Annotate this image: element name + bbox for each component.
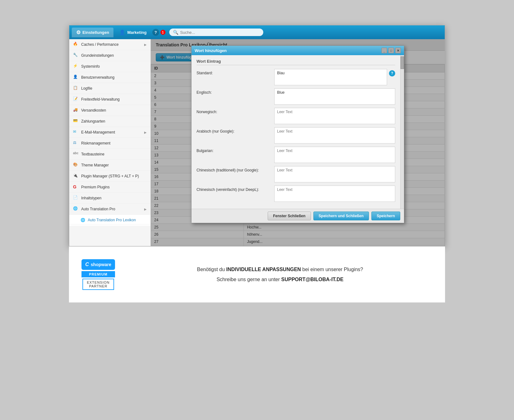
textarea-chinesisch_trad[interactable] bbox=[274, 166, 395, 182]
textarea-standard[interactable] bbox=[274, 69, 387, 85]
sidebar-item-systeminfo[interactable]: ⚡ Systeminfo bbox=[69, 61, 150, 72]
modal-scrollbar[interactable] bbox=[400, 55, 404, 209]
main-layout: 🔥 Caches / Performance ▶ 🔧 Grundeinstell… bbox=[69, 39, 445, 246]
sidebar-item-premium[interactable]: G Premium Plugins bbox=[69, 182, 150, 193]
modal-title: Wort hinzufügen bbox=[195, 48, 227, 53]
search-input[interactable] bbox=[180, 30, 260, 35]
textarea-arabisch[interactable] bbox=[274, 127, 395, 144]
sidebar-item-versand[interactable]: 🚚 Versandkosten bbox=[69, 105, 150, 116]
sidebar-item-systeminfo-label: Systeminfo bbox=[81, 64, 100, 69]
sidebar-sub-item-label: Auto Translation Pro Lexikon bbox=[88, 218, 136, 222]
sidebar-item-textbau[interactable]: abc Textbausteine bbox=[69, 149, 150, 160]
help-button[interactable]: ? bbox=[152, 29, 159, 36]
modal-footer: Fenster Schließen Speichern und Schließe… bbox=[191, 209, 404, 223]
modal-body: Wort Eintrag Standard:?Englisch:Norwegis… bbox=[191, 55, 400, 209]
sidebar-item-risiko-label: Riskmanagement bbox=[81, 141, 110, 145]
form-row-bulgarian: Bulgarian: bbox=[197, 147, 395, 163]
modal-close-button[interactable]: ✕ bbox=[395, 48, 401, 53]
textbau-icon: abc bbox=[73, 151, 79, 157]
promo-section: C shopware PREMIUM EXTENSION PARTNER Ben… bbox=[69, 246, 445, 302]
gear-icon: ⚙ bbox=[76, 29, 81, 35]
textarea-englisch[interactable] bbox=[274, 88, 395, 105]
sidebar-item-benutzer-label: Benutzerverwaltung bbox=[81, 75, 114, 80]
promo-line1-normal: Benötigst du bbox=[197, 267, 226, 272]
search-icon: 🔍 bbox=[173, 30, 178, 35]
label-englisch: Englisch: bbox=[197, 88, 272, 95]
marketing-icon: 👤 bbox=[119, 29, 125, 35]
modal-minimize-button[interactable]: _ bbox=[381, 48, 387, 53]
save-button[interactable]: Speichern bbox=[371, 212, 400, 220]
sidebar-item-textbau-label: Textbausteine bbox=[81, 152, 104, 156]
sidebar-item-freitext-label: Freitextfeld-Verwaltung bbox=[81, 97, 120, 102]
field-chinesisch_vere bbox=[274, 186, 395, 202]
modal-titlebar: Wort hinzufügen _ □ ✕ bbox=[191, 46, 404, 55]
sidebar-item-benutzer[interactable]: 👤 Benutzerverwaltung bbox=[69, 72, 150, 83]
textarea-bulgarian[interactable] bbox=[274, 147, 395, 163]
sidebar-item-caches[interactable]: 🔥 Caches / Performance ▶ bbox=[69, 39, 150, 50]
sidebar-item-logfile-label: Logfile bbox=[81, 86, 92, 91]
sidebar-item-inhalts[interactable]: 📄 Inhaltstypen bbox=[69, 193, 150, 204]
systeminfo-icon: ⚡ bbox=[73, 64, 79, 69]
form-row-norwegisch: Norwegisch: bbox=[197, 108, 395, 124]
field-englisch bbox=[274, 88, 395, 105]
save-close-button[interactable]: Speichern und Schließen bbox=[313, 212, 369, 220]
chevron-right-icon: ▶ bbox=[144, 43, 147, 46]
textarea-chinesisch_vere[interactable] bbox=[274, 186, 395, 202]
grundein-icon: 🔧 bbox=[73, 53, 79, 58]
field-chinesisch_trad bbox=[274, 166, 395, 182]
logfile-icon: 📋 bbox=[73, 86, 79, 91]
sidebar-item-auto-label: Auto Translation Pro bbox=[81, 207, 115, 211]
label-bulgarian: Bulgarian: bbox=[197, 147, 272, 153]
sidebar-item-email[interactable]: ✉ E-Mail-Management ▶ bbox=[69, 127, 150, 138]
zahlung-icon: 💳 bbox=[73, 118, 79, 124]
sidebar-item-plugin[interactable]: 🔌 Plugin Manager (STRG + ALT + P) bbox=[69, 171, 150, 182]
cancel-button[interactable]: Fenster Schließen bbox=[268, 212, 311, 220]
freitext-icon: 📝 bbox=[73, 97, 79, 102]
risiko-icon: ⚖ bbox=[73, 140, 79, 146]
sidebar-item-logfile[interactable]: 📋 Logfile bbox=[69, 83, 150, 94]
scrollbar-thumb[interactable] bbox=[401, 56, 404, 69]
sidebar-item-caches-label: Caches / Performance bbox=[81, 42, 118, 47]
inhalts-icon: 📄 bbox=[73, 195, 79, 201]
theme-icon: 🎨 bbox=[73, 162, 79, 168]
sidebar-item-inhalts-label: Inhaltstypen bbox=[81, 196, 102, 200]
modal-maximize-button[interactable]: □ bbox=[388, 48, 394, 53]
label-standard: Standard: bbox=[197, 69, 272, 75]
tab-marketing[interactable]: 👤 Marketing bbox=[115, 28, 151, 37]
auto-icon: 🌐 bbox=[73, 206, 79, 212]
sidebar-item-risiko[interactable]: ⚖ Riskmanagement bbox=[69, 138, 150, 149]
notification-badge: 1 bbox=[160, 30, 165, 35]
sidebar-sub-auto: 🌐 Auto Translation Pro Lexikon bbox=[69, 215, 150, 226]
field-bulgarian bbox=[274, 147, 395, 163]
sidebar-item-grundein-label: Grundeinstellungen bbox=[81, 53, 114, 58]
form-row-arabisch: Arabisch (nur Google): bbox=[197, 127, 395, 144]
partner-label: PARTNER bbox=[87, 284, 110, 288]
label-chinesisch_vere: Chinesisch (vereinfacht) (nur DeepL): bbox=[197, 186, 272, 192]
sidebar-item-email-label: E-Mail-Management bbox=[81, 130, 115, 134]
modal-window: Wort hinzufügen _ □ ✕ Wort Eintrag Stand… bbox=[191, 45, 404, 223]
help-icon-standard[interactable]: ? bbox=[389, 70, 395, 76]
chevron-right-icon-auto: ▶ bbox=[144, 207, 147, 211]
sidebar-item-freitext[interactable]: 📝 Freitextfeld-Verwaltung bbox=[69, 94, 150, 105]
modal-overlay: Wort hinzufügen _ □ ✕ Wort Eintrag Stand… bbox=[151, 39, 445, 246]
sidebar-sub-item-lexikon[interactable]: 🌐 Auto Translation Pro Lexikon bbox=[69, 216, 150, 224]
label-arabisch: Arabisch (nur Google): bbox=[197, 127, 272, 134]
chevron-right-icon-email: ▶ bbox=[144, 131, 147, 134]
sidebar-item-theme[interactable]: 🎨 Theme Manager bbox=[69, 160, 150, 171]
sidebar-item-plugin-label: Plugin Manager (STRG + ALT + P) bbox=[81, 174, 139, 178]
email-icon: ✉ bbox=[73, 129, 79, 135]
promo-text: Benötigst du INDIVIDUELLE ANPASSUNGEN be… bbox=[128, 265, 433, 285]
sidebar-item-auto[interactable]: 🌐 Auto Translation Pro ▶ bbox=[69, 204, 150, 215]
premium-label: PREMIUM bbox=[81, 271, 115, 277]
promo-line1-end: bei einem unserer Plugins? bbox=[301, 267, 363, 272]
tab-einstellungen[interactable]: ⚙ Einstellungen bbox=[72, 28, 113, 37]
sidebar: 🔥 Caches / Performance ▶ 🔧 Grundeinstell… bbox=[69, 39, 151, 246]
sidebar-item-premium-label: Premium Plugins bbox=[81, 185, 110, 189]
sidebar-item-zahlung[interactable]: 💳 Zahlungsarten bbox=[69, 116, 150, 127]
shopware-badge: C shopware PREMIUM EXTENSION PARTNER bbox=[81, 259, 115, 290]
sidebar-item-grundein[interactable]: 🔧 Grundeinstellungen bbox=[69, 50, 150, 61]
auto-sub-icon: 🌐 bbox=[81, 218, 85, 222]
label-norwegisch: Norwegisch: bbox=[197, 108, 272, 114]
shopware-label: shopware bbox=[91, 262, 111, 267]
textarea-norwegisch[interactable] bbox=[274, 108, 395, 124]
